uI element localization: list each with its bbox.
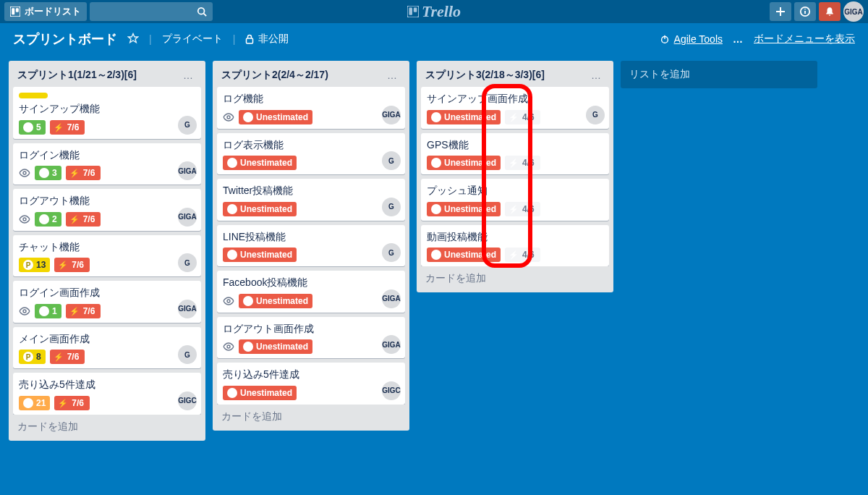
points-badge: 5 — [19, 120, 46, 135]
velocity-badge: 7/6 — [50, 350, 85, 364]
card[interactable]: ログアウト画面作成UnestimatedGIGA — [217, 317, 405, 359]
card-footer: Unestimated — [223, 156, 399, 170]
lock-icon — [245, 34, 254, 44]
card[interactable]: プッシュ通知Unestimated4/6 — [421, 179, 609, 221]
bell-icon — [825, 7, 835, 17]
add-card-button[interactable]: カードを追加 — [421, 266, 609, 288]
user-avatar[interactable]: GIGA — [843, 1, 864, 22]
card[interactable]: ログ機能UnestimatedGIGA — [217, 87, 405, 129]
unestimated-badge: Unestimated — [223, 202, 297, 216]
card-member-avatar[interactable]: G — [382, 198, 401, 216]
create-button[interactable] — [770, 2, 791, 21]
svg-point-22 — [227, 345, 230, 348]
boards-button[interactable]: ボードリスト — [4, 2, 87, 21]
card[interactable]: LINE投稿機能UnestimatedG — [217, 225, 405, 267]
svg-rect-7 — [414, 8, 417, 12]
add-card-button[interactable]: カードを追加 — [217, 405, 405, 426]
card-member-avatar[interactable]: G — [178, 116, 197, 135]
top-nav: ボードリスト Trello GIGA — [0, 0, 868, 23]
card-member-avatar[interactable]: GIGA — [178, 300, 197, 318]
card-member-avatar[interactable]: GIGA — [178, 208, 197, 227]
unestimated-badge: Unestimated — [427, 248, 501, 262]
svg-point-20 — [227, 116, 230, 119]
card[interactable]: ログイン画面作成17/6GIGA — [13, 281, 201, 323]
card-member-avatar[interactable]: GIGA — [382, 106, 401, 124]
list-header: スプリント2(2/4～2/17)… — [217, 67, 405, 87]
star-board-button[interactable] — [127, 33, 139, 46]
card-title: ログアウト画面作成 — [223, 323, 399, 336]
card-member-avatar[interactable]: GIGA — [382, 335, 401, 354]
card[interactable]: メイン画面作成87/6G — [13, 327, 201, 369]
trello-logo-icon — [407, 6, 419, 17]
permission-label[interactable]: 非公開 — [245, 33, 289, 46]
card-footer: Unestimated4/6 — [427, 110, 603, 124]
velocity-badge: 4/6 — [505, 110, 540, 124]
search-input[interactable] — [90, 2, 213, 21]
list-menu-button[interactable]: … — [588, 68, 605, 82]
velocity-badge: 7/6 — [54, 258, 90, 272]
unestimated-badge: Unestimated — [223, 386, 297, 400]
list: スプリント2(2/4～2/17)…ログ機能UnestimatedGIGAログ表示… — [213, 61, 409, 431]
card-footer: 57/6 — [19, 120, 195, 135]
card-footer: 37/6 — [19, 166, 195, 180]
svg-point-12 — [804, 9, 806, 10]
card-member-avatar[interactable]: GIGA — [382, 289, 401, 308]
card-footer: Unestimated — [223, 248, 399, 262]
show-menu-link[interactable]: ボードメニューを表示 — [754, 33, 855, 46]
card-member-avatar[interactable]: G — [382, 151, 401, 170]
list-title[interactable]: スプリント3(2/18～3/3)[6] — [425, 69, 588, 82]
points-badge: 13 — [19, 258, 50, 272]
card-footer: Unestimated4/6 — [427, 248, 603, 262]
unestimated-badge: Unestimated — [223, 156, 297, 170]
card-footer: Unestimated4/6 — [427, 156, 603, 170]
card-footer: Unestimated — [223, 202, 399, 216]
list: スプリント1(1/21～2/3)[6]…サインアップ機能57/6Gログイン機能3… — [9, 61, 205, 441]
trello-icon — [10, 7, 20, 17]
list-menu-button[interactable]: … — [384, 68, 401, 82]
list-menu-button[interactable]: … — [180, 68, 197, 82]
card-member-avatar[interactable]: GIGC — [382, 381, 401, 400]
info-button[interactable] — [794, 2, 816, 21]
visibility-label[interactable]: プライベート — [162, 33, 223, 46]
card[interactable]: 売り込み5件達成217/6GIGC — [13, 373, 201, 415]
card[interactable]: Twitter投稿機能UnestimatedG — [217, 179, 405, 221]
svg-rect-2 — [16, 8, 19, 12]
card-title: ログイン機能 — [19, 149, 195, 162]
card[interactable]: ログ表示機能UnestimatedG — [217, 133, 405, 175]
card-title: 売り込み5件達成 — [19, 378, 195, 392]
app-logo[interactable]: Trello — [407, 2, 461, 21]
card-member-avatar[interactable]: G — [382, 243, 401, 262]
card-label — [19, 93, 48, 98]
add-list-button[interactable]: リストを追加 — [621, 61, 817, 88]
card-member-avatar[interactable]: GIGC — [178, 392, 197, 410]
notifications-button[interactable] — [819, 2, 841, 21]
card[interactable]: 売り込み5件達成UnestimatedGIGC — [217, 363, 405, 405]
card-member-avatar[interactable]: GIGA — [178, 161, 197, 180]
svg-rect-1 — [12, 8, 14, 14]
watch-icon — [19, 215, 30, 224]
svg-line-4 — [204, 14, 207, 17]
agile-tools-link[interactable]: Agile Tools — [660, 33, 723, 45]
card[interactable]: チャット機能137/6G — [13, 235, 201, 277]
card-footer: 27/6 — [19, 212, 195, 227]
card-member-avatar[interactable]: G — [586, 106, 605, 124]
card[interactable]: Facebook投稿機能UnestimatedGIGA — [217, 271, 405, 313]
power-icon — [660, 34, 670, 44]
card-title: ログ表示機能 — [223, 139, 399, 152]
list-title[interactable]: スプリント2(2/4～2/17) — [221, 69, 384, 82]
board-canvas[interactable]: スプリント1(1/21～2/3)[6]…サインアップ機能57/6Gログイン機能3… — [0, 55, 868, 495]
card-member-avatar[interactable]: G — [178, 345, 197, 364]
card-title: メイン画面作成 — [19, 333, 195, 346]
card[interactable]: サインアップ機能57/6G — [13, 87, 201, 139]
add-card-button[interactable]: カードを追加 — [13, 415, 201, 436]
card[interactable]: 動画投稿機能Unestimated4/6 — [421, 225, 609, 267]
unestimated-badge: Unestimated — [239, 110, 312, 124]
points-badge: 8 — [19, 350, 46, 364]
card-footer: 217/6 — [19, 396, 195, 410]
list-title[interactable]: スプリント1(1/21～2/3)[6] — [17, 69, 180, 82]
card[interactable]: ログアウト機能27/6GIGA — [13, 189, 201, 231]
card[interactable]: ログイン機能37/6GIGA — [13, 143, 201, 185]
card-member-avatar[interactable]: G — [178, 253, 197, 272]
card[interactable]: サインアップ画面作成Unestimated4/6G — [421, 87, 609, 129]
card[interactable]: GPS機能Unestimated4/6 — [421, 133, 609, 175]
